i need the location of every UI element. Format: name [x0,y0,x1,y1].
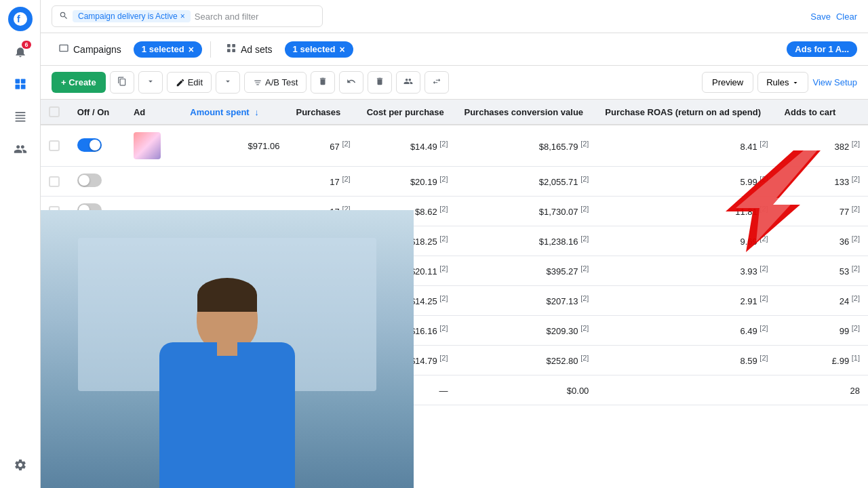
header-cost-per-purchase[interactable]: Cost per purchase [359,100,456,125]
annotation: [2] [439,324,448,332]
row-conversion-value: $252.80 [2] [456,346,597,375]
sidebar-icon-settings[interactable] [8,453,33,477]
annotation: [1] [852,354,860,362]
save-button[interactable]: Save [810,12,831,22]
row-roas: 3.93 [2] [597,256,776,286]
annotation: [2] [342,140,350,148]
preview-button[interactable]: Preview [702,72,753,93]
svg-rect-5 [20,85,25,89]
ads-for-button[interactable]: Ads for 1 A... [787,41,857,57]
row-adds-to-cart: 24 [2] [776,286,868,316]
rules-label: Rules [766,77,789,87]
svg-point-0 [14,12,27,26]
toggle-switch[interactable] [77,174,102,187]
notification-badge: 6 [22,41,31,49]
campaigns-selected-badge[interactable]: 1 selected × [134,41,202,58]
annotation: [2] [760,324,768,332]
svg-rect-10 [227,44,231,47]
sidebar-icon-dashboard[interactable] [8,72,33,96]
sidebar-icon-bell[interactable]: 6 [8,39,33,64]
row-adds-to-cart: 53 [2] [776,256,868,286]
delete-button[interactable] [311,71,335,94]
row-adds-to-cart: 36 [2] [776,226,868,256]
row-roas: 9.69 [2] [597,226,776,256]
edit-button[interactable]: Edit [167,72,212,93]
annotation: [2] [580,175,589,183]
search-bar[interactable]: Campaign delivery is Active × Search and… [52,5,323,27]
row-conversion-value: $2,055.71 [2] [456,167,597,197]
campaigns-nav-item[interactable]: Campaigns [52,39,128,60]
rules-button[interactable]: Rules [757,72,808,93]
annotation: [2] [439,175,448,183]
row-amount-spent [182,167,288,197]
adsets-label: Ad sets [241,44,273,55]
annotation: [2] [852,175,860,183]
annotation: [2] [760,175,768,183]
header-purchases-conversion-value[interactable]: Purchases conversion value [456,100,597,125]
row-checkbox[interactable] [41,125,69,167]
annotation: [2] [760,264,768,272]
video-overlay [41,210,414,488]
annotation: [2] [580,324,589,332]
adsets-selected-count: 1 selected [293,44,336,54]
annotation: [2] [852,140,860,148]
row-amount-spent: $971.06 [182,125,288,167]
top-bar-actions: Save Clear [810,12,857,22]
checkbox-input[interactable] [49,176,60,187]
svg-rect-4 [15,85,20,89]
row-conversion-value: $209.30 [2] [456,316,597,346]
row-conversion-value: $395.27 [2] [456,256,597,286]
sidebar-icon-list[interactable] [8,104,33,129]
logo[interactable]: f [8,7,33,31]
annotation: [2] [852,324,860,332]
adsets-icon [226,43,237,56]
annotation: [2] [439,264,448,272]
adsets-selected-badge[interactable]: 1 selected × [285,41,353,58]
svg-rect-2 [15,79,20,84]
toggle-switch[interactable] [77,138,102,152]
edit-label: Edit [188,77,203,87]
adsets-badge-close[interactable]: × [339,44,344,55]
undo-button[interactable] [339,71,363,94]
campaigns-icon [58,43,69,56]
row-ad [125,125,182,167]
annotation: [2] [580,294,589,302]
create-button[interactable]: + Create [52,72,106,93]
header-checkbox[interactable] [41,100,69,125]
row-roas: 5.99 [2] [597,167,776,197]
row-adds-to-cart: 133 [2] [776,167,868,197]
campaigns-badge-close[interactable]: × [189,44,194,55]
header-purchases[interactable]: Purchases [288,100,358,125]
svg-rect-8 [15,118,25,119]
annotation: [2] [580,205,589,213]
main-content: Campaign delivery is Active × Search and… [41,0,868,488]
nav-bar: Campaigns 1 selected × Ad sets 1 selecte… [41,33,868,66]
toggle-knob [79,175,90,186]
view-setup-button[interactable]: View Setup [812,77,857,87]
header-purchase-roas[interactable]: Purchase ROAS (return on ad spend) [597,100,776,125]
svg-text:f: f [17,14,20,24]
transfer-button[interactable] [425,71,449,94]
header-amount-spent[interactable]: Amount spent ↓ [182,100,288,125]
duplicate-button[interactable] [110,71,134,94]
annotation: [2] [760,205,768,213]
chevron-down-button[interactable] [138,71,163,94]
filter-close-icon[interactable]: × [180,12,185,21]
row-conversion-value: $207.13 [2] [456,286,597,316]
row-checkbox[interactable] [41,167,69,197]
people-button[interactable] [396,71,420,94]
row-ad [125,167,182,197]
annotation: [2] [439,354,448,362]
clear-button[interactable]: Clear [836,12,857,22]
adsets-nav-item[interactable]: Ad sets [219,39,279,60]
edit-chevron-button[interactable] [216,71,240,94]
annotation: [2] [439,140,448,148]
ab-test-button[interactable]: A/B Test [244,72,307,93]
annotation: [2] [760,294,768,302]
checkbox-input[interactable] [49,140,60,151]
trash-button[interactable] [368,71,392,94]
nav-divider-1 [210,41,211,58]
header-adds-to-cart[interactable]: Adds to cart [776,100,868,125]
annotation: [2] [580,264,589,272]
sidebar-icon-people[interactable] [8,137,33,161]
